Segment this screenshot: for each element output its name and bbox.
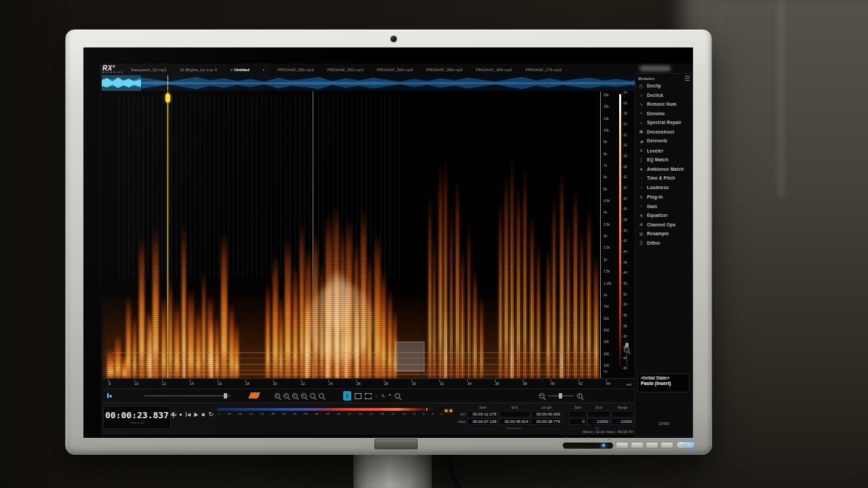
zoom-fit-icon[interactable] — [319, 393, 324, 399]
module-item[interactable]: ↕ Gain — [638, 204, 692, 209]
loop-button[interactable]: ↻ — [208, 411, 214, 418]
skip-to-start-icon[interactable]: ◀ — [107, 393, 112, 398]
ruler-tick-label: 12 — [162, 380, 166, 388]
lasso-tool[interactable]: ◌ — [375, 394, 378, 399]
overview-zoom-slider[interactable] — [144, 395, 231, 396]
corner-cell — [456, 405, 467, 410]
module-item[interactable]: ▲ Ambience Match — [638, 167, 692, 172]
file-tab[interactable]: Sasquatch_(2).mp3 — [131, 68, 166, 72]
view-freq-end-field[interactable]: 22050 — [587, 418, 610, 425]
module-item[interactable]: ∏ Declip — [638, 83, 692, 89]
module-item[interactable]: ▥ Resample — [638, 231, 692, 237]
module-item[interactable]: ↯ Plug-In — [638, 195, 692, 200]
module-item[interactable]: ▦ Deconstruct — [638, 129, 692, 135]
sel-freq-end-field[interactable] — [587, 411, 610, 418]
menu-icon[interactable] — [685, 76, 690, 81]
view-freq-range-field[interactable]: 22050 — [611, 418, 634, 425]
close-icon[interactable]: × — [231, 68, 233, 72]
module-item[interactable]: ◢ Dereverb — [638, 138, 692, 144]
module-item[interactable]: + Spectral Repair — [638, 120, 692, 125]
record-button[interactable]: ● — [179, 412, 182, 418]
spectrogram-canvas[interactable] — [102, 92, 601, 378]
sel-freq-start-field[interactable] — [569, 411, 587, 418]
play-button[interactable]: ▶ — [194, 412, 198, 418]
playhead-marker[interactable] — [165, 94, 170, 102]
colorbar-tick-label: -20 — [623, 123, 635, 127]
playhead-line[interactable] — [167, 92, 168, 378]
module-item[interactable]: ⊞ Channel Ops — [638, 222, 692, 228]
timecode-display[interactable]: 00:00:23.837 h:mm:ss.ms — [103, 406, 171, 429]
freq-tick-label: 2k — [601, 259, 616, 262]
h-zoom-in-icon[interactable] — [577, 393, 583, 399]
module-item[interactable]: ⊥ Declick — [638, 93, 692, 98]
module-item[interactable]: ≶ Equalizer — [638, 213, 692, 218]
file-tab[interactable]: PROIAAF_176.mp3 — [526, 68, 561, 72]
wall-seam — [778, 0, 783, 197]
time-select-tool[interactable]: I — [343, 391, 351, 401]
stop-button[interactable]: ■ — [201, 412, 205, 418]
file-tab[interactable]: PROIAAF_396.mp3 — [427, 68, 462, 72]
module-item[interactable]: ▒ Dither — [638, 241, 692, 246]
mic-icon[interactable] — [172, 412, 174, 415]
brush-tool[interactable]: ✎ — [381, 394, 385, 399]
waveform-overview[interactable] — [102, 75, 637, 92]
file-tab-active[interactable]: ×Untitled — [231, 68, 250, 72]
zoom-selection-icon[interactable] — [310, 393, 315, 399]
brand-sub: ADVANCED — [102, 72, 131, 75]
module-item[interactable]: ≋ Leveler — [638, 148, 692, 154]
skip-to-start-button[interactable]: ◀ — [186, 412, 191, 417]
view-length-field[interactable]: 00:00:38.776 — [531, 418, 562, 425]
magic-wand-tool[interactable]: * — [389, 393, 391, 399]
time-freq-select-tool[interactable] — [355, 393, 361, 399]
zoom-out-freq-icon[interactable] — [301, 393, 307, 399]
module-item[interactable]: ≈ Denoise — [638, 111, 692, 117]
file-tab[interactable]: PROIAAF_256.mp3 — [278, 68, 314, 72]
selection-boundary-line — [313, 92, 313, 378]
ruler-tick-label: 42 — [578, 380, 583, 388]
history-item-initial-state[interactable]: <Initial State> — [638, 374, 689, 380]
colorbar-labels: -14-16-18-20-22-24-26-28-30-32-34-36-38-… — [623, 92, 635, 371]
history-item-paste-insert[interactable]: Paste (Insert) — [638, 380, 689, 386]
zoom-in-freq-icon[interactable] — [292, 393, 298, 399]
marquee-select-tool[interactable] — [365, 393, 372, 399]
module-item[interactable]: ∫ EQ Match — [638, 157, 692, 163]
module-label: Time & Pitch — [647, 176, 675, 180]
module-icon: ≋ — [638, 148, 644, 152]
zoom-out-time-icon[interactable] — [283, 393, 289, 399]
colorbar-tick-label: -34 — [623, 198, 635, 201]
zoom-in-time-icon[interactable] — [275, 393, 280, 399]
h-zoom-out-icon[interactable] — [539, 393, 545, 399]
h-zoom-thumb[interactable] — [559, 393, 562, 399]
time-ruler[interactable]: 8101214161820222426283032343638404244 se… — [102, 378, 637, 388]
module-item[interactable]: ∿ Remove Hum — [638, 102, 692, 107]
sel-start-field[interactable]: 00:00:12.175 — [467, 411, 498, 418]
view-freq-start-field[interactable]: 0 — [569, 418, 587, 425]
view-end-field[interactable]: 00:00:45.914 — [499, 418, 530, 425]
undo-button[interactable]: Undo — [635, 421, 692, 426]
scanline-texture — [102, 92, 600, 378]
clip-indicator[interactable] — [450, 409, 452, 412]
spectral-repair-selection[interactable] — [395, 342, 425, 371]
amplitude-colorbar[interactable] — [619, 94, 621, 368]
module-item[interactable]: ◔ Time & Pitch — [638, 176, 692, 181]
colorbar-tick-label: -22 — [623, 134, 635, 138]
view-start-field[interactable]: 00:00:07.138 — [467, 418, 498, 425]
file-tab[interactable]: PROIAAF_500.mp3 — [377, 68, 413, 72]
vertical-zoom-thumb[interactable] — [625, 343, 629, 347]
file-tab[interactable]: PROIAAF_501.mp3 — [328, 68, 363, 72]
sel-end-field[interactable] — [499, 411, 530, 418]
clip-indicator[interactable] — [445, 409, 448, 412]
sel-length-field[interactable]: 00:00:00.000 — [531, 411, 562, 418]
module-item[interactable]: ♪ Loudness — [638, 185, 692, 190]
meter-tick-label: -24 — [358, 413, 362, 415]
zoom-tool[interactable] — [395, 393, 400, 399]
ruler-tick-label: 14 — [190, 380, 194, 388]
sel-freq-range-field[interactable] — [611, 411, 634, 418]
freq-axis-unit: Hz — [604, 370, 608, 373]
freq-tick-label: 5k — [601, 188, 616, 192]
file-tab[interactable]: PROIAAF_366.mp3 — [476, 68, 512, 72]
layers-icon[interactable] — [248, 392, 260, 399]
h-zoom-slider[interactable] — [548, 395, 574, 396]
overview-zoom-thumb[interactable] — [224, 393, 227, 399]
file-tab[interactable]: 01 Blights_Inn Loc 3 — [180, 68, 216, 72]
